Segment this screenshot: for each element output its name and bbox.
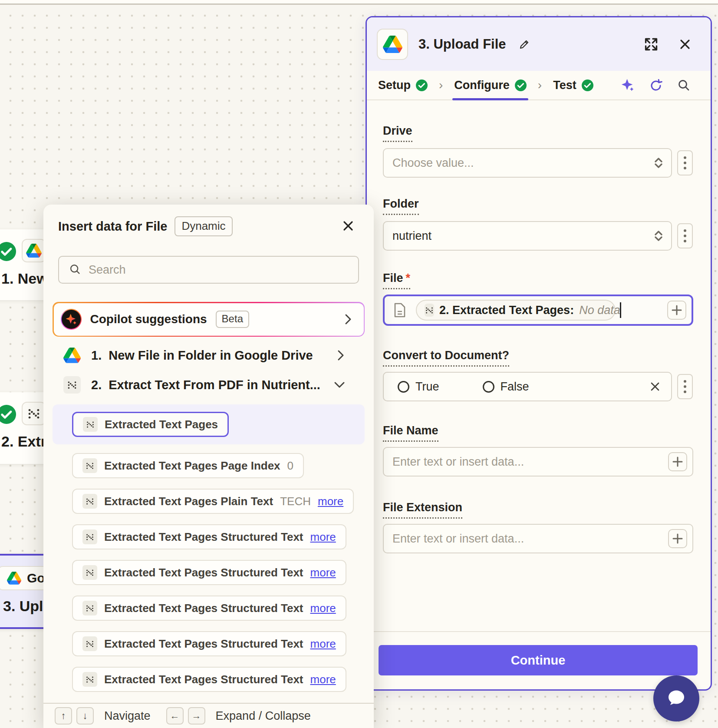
insert-data-modal: Insert data for File Dynamic Search Copi… xyxy=(43,205,374,728)
close-panel-icon[interactable] xyxy=(677,36,693,53)
source-step-number: 1. xyxy=(91,348,102,363)
more-link[interactable]: more xyxy=(310,530,336,544)
insert-data-plus-button[interactable] xyxy=(668,529,687,548)
drive-kebab-menu[interactable] xyxy=(677,150,693,175)
expand-collapse-label: Expand / Collapse xyxy=(216,709,311,723)
radio-true[interactable]: True xyxy=(398,380,439,394)
field-pill-structured-text[interactable]: Extracted Text Pages Structured Text mor… xyxy=(72,596,346,621)
insert-data-plus-button[interactable] xyxy=(668,452,687,471)
dynamic-badge: Dynamic xyxy=(175,216,232,236)
chevron-down-icon[interactable] xyxy=(333,380,346,390)
insert-data-plus-button[interactable] xyxy=(667,301,686,320)
nutrient-icon xyxy=(82,565,97,580)
edit-title-pencil-icon[interactable] xyxy=(517,36,532,52)
radio-false[interactable]: False xyxy=(483,380,529,394)
file-input[interactable]: 2. Extracted Text Pages: No data xyxy=(383,295,693,326)
nutrient-icon xyxy=(82,494,97,509)
help-chat-button[interactable] xyxy=(653,675,699,721)
copilot-sparkle-icon[interactable] xyxy=(619,76,637,94)
search-input[interactable]: Search xyxy=(58,256,359,284)
folder-value: nutrient xyxy=(392,229,431,243)
source-step-number: 2. xyxy=(91,378,102,392)
check-icon xyxy=(582,79,593,91)
nutrient-icon xyxy=(83,417,98,432)
refresh-icon[interactable] xyxy=(647,76,665,94)
file-field-label: File* xyxy=(383,271,410,289)
google-drive-icon xyxy=(63,347,81,363)
close-modal-icon[interactable] xyxy=(340,218,356,234)
field-pill-structured-text[interactable]: Extracted Text Pages Structured Text mor… xyxy=(72,631,346,656)
field-pill-plain-text[interactable]: Extracted Text Pages Plain Text TECH mor… xyxy=(72,489,354,514)
chevron-right-icon[interactable] xyxy=(336,349,346,362)
copilot-suggestions-card[interactable]: Copilot suggestions Beta xyxy=(53,302,365,337)
step-success-check-icon xyxy=(0,242,16,261)
more-link[interactable]: more xyxy=(310,637,336,651)
folder-field-label: Folder xyxy=(383,197,419,215)
search-icon xyxy=(69,263,82,276)
clear-field-icon[interactable] xyxy=(649,381,661,392)
source-step-2-row[interactable]: 2. Extract Text From PDF in Nutrient... xyxy=(58,374,359,396)
radio-circle-icon xyxy=(398,381,409,393)
arrow-up-key[interactable]: ↑ xyxy=(55,707,72,725)
google-drive-icon xyxy=(377,29,408,60)
document-icon xyxy=(393,303,406,318)
configure-form: Drive Choose value... Folder nutrient xyxy=(367,124,711,553)
file-name-input[interactable]: Enter text or insert data... xyxy=(383,447,693,477)
select-updown-icon xyxy=(653,229,664,242)
check-icon xyxy=(515,79,527,91)
search-icon[interactable] xyxy=(675,76,692,94)
field-pill-structured-text[interactable]: Extracted Text Pages Structured Text mor… xyxy=(72,667,346,692)
text-caret xyxy=(620,302,621,318)
file-extension-field-label: File Extension xyxy=(383,501,462,519)
drive-field-label: Drive xyxy=(383,124,412,142)
drive-placeholder: Choose value... xyxy=(392,156,474,170)
nutrient-icon xyxy=(82,529,97,544)
step-title: 3. Upload File xyxy=(418,36,506,52)
top-strip xyxy=(0,0,718,5)
continue-button[interactable]: Continue xyxy=(379,645,698,675)
field-pill-structured-text[interactable]: Extracted Text Pages Structured Text mor… xyxy=(72,524,346,549)
tab-setup[interactable]: Setup xyxy=(378,71,428,99)
folder-select[interactable]: nutrient xyxy=(383,221,672,251)
check-icon xyxy=(416,79,428,91)
folder-kebab-menu[interactable] xyxy=(677,223,693,248)
arrow-down-key[interactable]: ↓ xyxy=(76,707,94,725)
modal-header: Insert data for File Dynamic xyxy=(58,217,359,236)
required-asterisk: * xyxy=(406,271,411,285)
tab-configure[interactable]: Configure xyxy=(454,71,527,99)
nutrient-icon xyxy=(82,672,97,687)
mapped-data-token[interactable]: 2. Extracted Text Pages: No data xyxy=(416,300,616,321)
more-link[interactable]: more xyxy=(310,602,336,615)
step-title: 1. New xyxy=(1,270,48,287)
field-pill-structured-text[interactable]: Extracted Text Pages Structured Text mor… xyxy=(72,560,346,585)
chevron-separator-icon: › xyxy=(439,78,443,92)
token-label: 2. Extracted Text Pages: xyxy=(439,304,574,317)
tab-label: Test xyxy=(553,79,576,92)
step-config-panel: 3. Upload File Setup › Configure › xyxy=(366,16,712,691)
more-link[interactable]: more xyxy=(310,673,336,686)
source-step-1-row[interactable]: 1. New File in Folder in Google Drive xyxy=(58,344,359,366)
arrow-left-key[interactable]: ← xyxy=(166,707,184,725)
tab-test[interactable]: Test xyxy=(553,71,593,99)
file-name-field-label: File Name xyxy=(383,424,438,442)
nutrient-icon xyxy=(82,458,97,473)
nutrient-icon xyxy=(82,636,97,651)
convert-kebab-menu[interactable] xyxy=(677,374,693,399)
field-pill-extracted-text-pages[interactable]: Extracted Text Pages xyxy=(72,412,229,437)
source-step-label: New File in Folder in Google Drive xyxy=(109,348,313,363)
more-link[interactable]: more xyxy=(310,566,336,579)
file-extension-placeholder: Enter text or insert data... xyxy=(392,532,524,546)
google-drive-icon xyxy=(22,239,46,262)
file-extension-input[interactable]: Enter text or insert data... xyxy=(383,524,693,553)
more-link[interactable]: more xyxy=(318,495,343,508)
expand-panel-icon[interactable] xyxy=(642,35,660,53)
field-pill-list: Extracted Text Pages Page Index 0 Extrac… xyxy=(72,453,374,692)
selected-field-row: Extracted Text Pages xyxy=(53,404,365,444)
arrow-right-key[interactable]: → xyxy=(188,707,205,725)
panel-header: 3. Upload File xyxy=(367,17,711,71)
modal-footer: ↑ ↓ Navigate ← → Expand / Collapse xyxy=(43,703,374,728)
tab-label: Setup xyxy=(378,79,411,92)
nutrient-icon xyxy=(82,601,97,615)
field-pill-page-index[interactable]: Extracted Text Pages Page Index 0 xyxy=(72,453,304,478)
drive-select[interactable]: Choose value... xyxy=(383,148,672,178)
